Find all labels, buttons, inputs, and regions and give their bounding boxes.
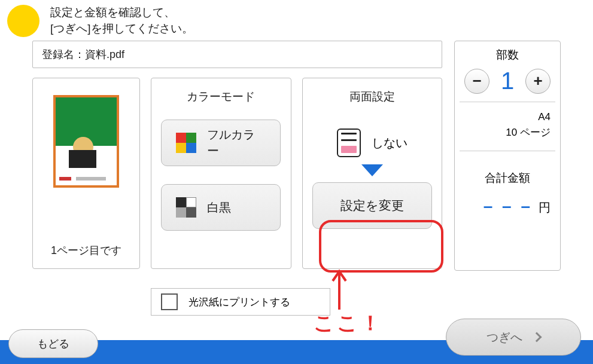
change-settings-button[interactable]: 設定を変更 (312, 182, 432, 229)
next-label: つぎへ (486, 329, 522, 345)
divider (460, 151, 555, 151)
checkbox-icon (161, 293, 178, 310)
divider (460, 102, 555, 102)
copies-value: 1 (495, 68, 519, 94)
total-amount: – – – (483, 197, 533, 216)
glossy-label: 光沢紙にプリントする (188, 295, 290, 309)
preview-caption: 1ページ目です (51, 243, 121, 258)
full-color-label: フルカラー (207, 127, 266, 159)
filename-label: 登録名： (42, 48, 85, 60)
back-button[interactable]: もどる (8, 329, 98, 358)
chevron-right-icon (532, 332, 542, 342)
change-settings-label: 設定を変更 (340, 197, 404, 214)
page-thumbnail[interactable] (53, 95, 119, 188)
duplex-title: 両面設定 (349, 89, 395, 105)
filename-display: 登録名：資料.pdf (32, 41, 442, 68)
instruction-line1: 設定と金額を確認して、 (50, 6, 175, 19)
duplex-panel: 両面設定 しない 設定を変更 (302, 78, 443, 269)
color-mode-title: カラーモード (187, 89, 255, 105)
full-color-icon (176, 133, 196, 153)
single-page-icon (337, 129, 361, 157)
filename-value: 資料.pdf (85, 48, 124, 60)
increment-copies-button[interactable]: + (525, 69, 551, 94)
instruction-line2: [つぎへ]を押してください。 (50, 22, 193, 35)
glossy-paper-checkbox[interactable]: 光沢紙にプリントする (151, 288, 330, 316)
bw-button[interactable]: 白黒 (161, 184, 281, 231)
page-count: 10 ページ (460, 125, 551, 140)
next-button[interactable]: つぎへ (446, 319, 581, 356)
copies-title: 部数 (496, 47, 519, 63)
copies-panel: 部数 − 1 + A4 10 ページ 合計金額 – – – 円 (454, 41, 561, 271)
currency-unit: 円 (539, 200, 551, 216)
full-color-button[interactable]: フルカラー (161, 120, 281, 166)
duplex-none-option: しない (337, 129, 408, 157)
preview-panel: 1ページ目です (32, 78, 140, 269)
back-label: もどる (37, 337, 69, 351)
decrement-copies-button[interactable]: − (464, 69, 489, 94)
bw-label: 白黒 (207, 200, 231, 216)
page-instruction: 設定と金額を確認して、 [つぎへ]を押してください。 (50, 5, 193, 36)
status-dot-icon (7, 5, 39, 37)
bw-icon (176, 197, 196, 218)
total-label: 合計金額 (485, 170, 530, 186)
duplex-none-label: しない (372, 135, 408, 151)
color-mode-panel: カラーモード フルカラー 白黒 (151, 78, 291, 269)
arrow-down-icon (361, 164, 383, 176)
paper-size: A4 (460, 109, 551, 125)
